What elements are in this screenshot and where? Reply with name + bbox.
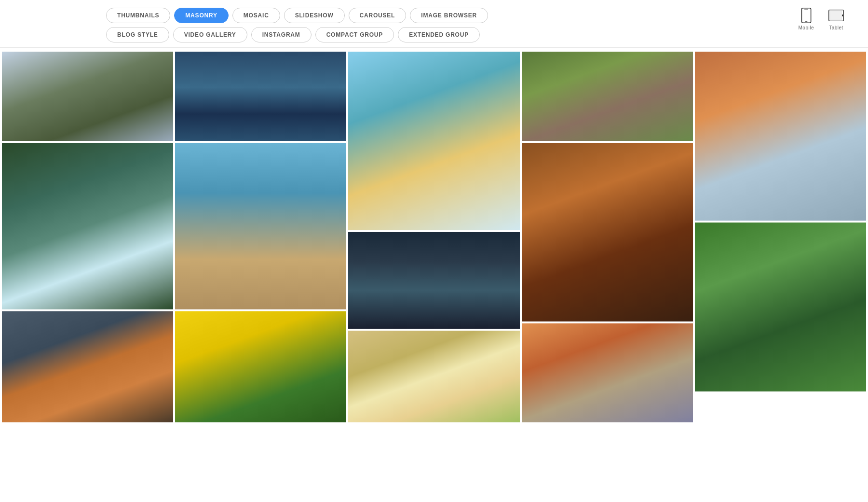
image-horse-sunset[interactable] (522, 323, 693, 422)
toolbar: THUMBNAILSMASONRYMOSAICSLIDESHOWCAROUSEL… (0, 0, 868, 48)
image-autumn[interactable] (522, 143, 693, 321)
image-mountains[interactable] (2, 52, 173, 141)
masonry-col-0 (2, 52, 173, 422)
gallery (0, 52, 868, 422)
tab-mosaic[interactable]: MOSAIC (232, 8, 280, 23)
image-aerial-lake[interactable] (2, 143, 173, 309)
tab-compact-group[interactable]: COMPACT GROUP (315, 27, 394, 42)
device-icons: Mobile Tablet (799, 8, 854, 30)
image-ocean[interactable] (175, 52, 346, 141)
mobile-icon (799, 8, 814, 23)
tablet-device[interactable]: Tablet (828, 8, 844, 30)
masonry-col-1 (175, 52, 346, 422)
image-beach-feet[interactable] (175, 143, 346, 309)
mobile-label: Mobile (799, 25, 814, 30)
image-horses[interactable] (522, 52, 693, 141)
mobile-device[interactable]: Mobile (799, 8, 814, 30)
svg-rect-5 (842, 14, 843, 16)
tabs-row-2: BLOG STYLEVIDEO GALLERYINSTAGRAMCOMPACT … (106, 27, 784, 42)
image-fox[interactable] (2, 311, 173, 422)
tablet-label: Tablet (829, 25, 843, 30)
image-sunset-sea[interactable] (695, 52, 866, 221)
image-car-interior[interactable] (348, 232, 519, 329)
masonry-col-2 (348, 52, 519, 422)
tab-blog-style[interactable]: BLOG STYLE (106, 27, 169, 42)
masonry-col-4 (695, 52, 866, 422)
svg-rect-1 (805, 21, 807, 22)
image-sunflower[interactable] (175, 311, 346, 422)
masonry-col-3 (522, 52, 693, 422)
tab-masonry[interactable]: MASONRY (174, 8, 229, 23)
tablet-icon (828, 8, 844, 23)
tab-carousel[interactable]: CAROUSEL (349, 8, 407, 23)
svg-rect-2 (804, 9, 808, 9)
image-green-island[interactable] (695, 223, 866, 391)
tab-groups: THUMBNAILSMASONRYMOSAICSLIDESHOWCAROUSEL… (14, 8, 784, 42)
tab-video-gallery[interactable]: VIDEO GALLERY (173, 27, 247, 42)
tab-thumbnails[interactable]: THUMBNAILS (106, 8, 170, 23)
image-owl[interactable] (348, 331, 519, 422)
svg-rect-0 (801, 8, 811, 23)
image-boat[interactable] (348, 52, 519, 230)
tab-instagram[interactable]: INSTAGRAM (251, 27, 312, 42)
svg-rect-4 (830, 11, 842, 20)
tab-extended-group[interactable]: EXTENDED GROUP (398, 27, 480, 42)
masonry-grid (0, 52, 868, 422)
tabs-row-1: THUMBNAILSMASONRYMOSAICSLIDESHOWCAROUSEL… (106, 8, 784, 23)
tab-image-browser[interactable]: IMAGE BROWSER (410, 8, 488, 23)
tab-slideshow[interactable]: SLIDESHOW (284, 8, 345, 23)
